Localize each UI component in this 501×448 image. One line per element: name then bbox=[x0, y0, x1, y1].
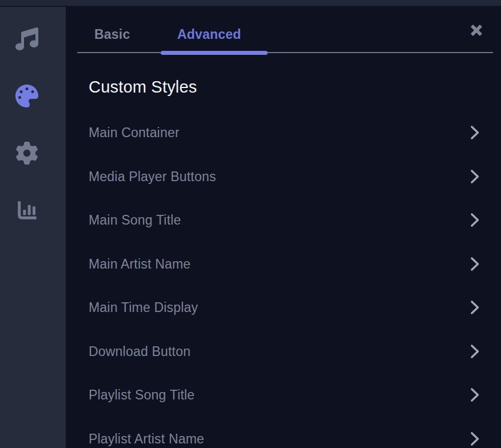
close-button[interactable] bbox=[468, 22, 485, 39]
list-item-label: Playlist Artist Name bbox=[89, 431, 204, 446]
custom-styles-list: Main Container Media Player Buttons Main… bbox=[66, 111, 501, 448]
chevron-right-icon bbox=[470, 169, 480, 184]
music-note-icon[interactable] bbox=[15, 27, 39, 50]
list-item-media-player-buttons[interactable]: Media Player Buttons bbox=[66, 155, 501, 199]
chevron-right-icon bbox=[470, 125, 480, 140]
list-item-label: Main Song Title bbox=[89, 213, 181, 228]
chevron-right-icon bbox=[470, 431, 480, 446]
palette-icon[interactable] bbox=[15, 85, 39, 107]
list-item-main-container[interactable]: Main Container bbox=[66, 111, 501, 155]
sidebar bbox=[0, 7, 66, 448]
list-item-label: Main Artist Name bbox=[89, 256, 190, 271]
chevron-right-icon bbox=[470, 300, 480, 315]
list-item-main-song-title[interactable]: Main Song Title bbox=[66, 198, 501, 242]
tab-basic[interactable]: Basic bbox=[94, 27, 130, 42]
list-item-main-time-display[interactable]: Main Time Display bbox=[66, 286, 501, 330]
list-item-playlist-artist-name[interactable]: Playlist Artist Name bbox=[66, 417, 501, 448]
chevron-right-icon bbox=[470, 257, 480, 271]
tab-bar: Basic Advanced bbox=[77, 7, 493, 53]
chevron-right-icon bbox=[470, 344, 480, 359]
close-icon bbox=[468, 32, 485, 41]
list-item-label: Main Time Display bbox=[89, 300, 198, 315]
list-item-download-button[interactable]: Download Button bbox=[66, 330, 501, 374]
list-item-playlist-song-title[interactable]: Playlist Song Title bbox=[66, 373, 501, 417]
top-strip bbox=[0, 0, 501, 6]
bar-chart-icon[interactable] bbox=[15, 199, 39, 222]
list-item-label: Main Container bbox=[89, 125, 180, 141]
list-item-label: Download Button bbox=[89, 343, 190, 359]
chevron-right-icon bbox=[470, 213, 480, 227]
settings-panel: Basic Advanced Custom Styles Main Contai… bbox=[66, 7, 501, 448]
active-tab-indicator bbox=[161, 51, 268, 55]
page-title: Custom Styles bbox=[89, 78, 197, 97]
list-item-label: Playlist Song Title bbox=[89, 387, 194, 403]
chevron-right-icon bbox=[470, 387, 480, 402]
list-item-main-artist-name[interactable]: Main Artist Name bbox=[66, 242, 501, 286]
tab-advanced[interactable]: Advanced bbox=[177, 27, 241, 42]
list-item-label: Media Player Buttons bbox=[89, 169, 216, 184]
gear-icon[interactable] bbox=[15, 142, 39, 165]
